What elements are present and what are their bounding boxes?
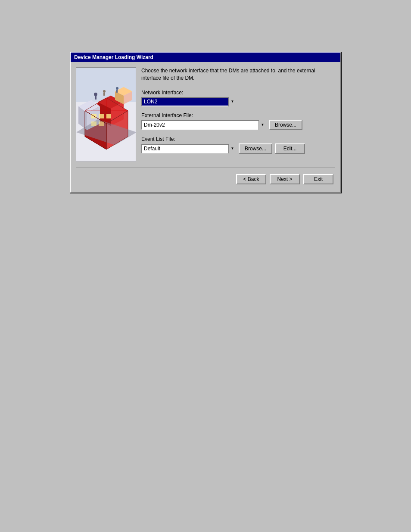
event-list-edit-button[interactable]: Edit... — [275, 143, 305, 154]
network-interface-group: Network Interface: LON2 LON1 LON3 — [141, 90, 335, 106]
event-list-label: Event List File: — [141, 136, 335, 142]
svg-rect-24 — [106, 114, 111, 118]
event-list-group: Event List File: Default Browse... Edit.… — [141, 136, 335, 154]
wizard-image — [76, 67, 136, 162]
external-interface-label: External Interface File: — [141, 112, 335, 118]
event-list-select[interactable]: Default — [141, 144, 236, 153]
event-list-select-wrapper[interactable]: Default — [141, 144, 236, 153]
svg-rect-26 — [99, 121, 104, 126]
svg-rect-23 — [99, 114, 104, 118]
dialog-window: Device Manager Loading Wizard — [70, 52, 341, 193]
exit-button[interactable]: Exit — [303, 174, 333, 184]
form-area: Choose the network interface that the DM… — [141, 67, 335, 162]
event-list-browse-button[interactable]: Browse... — [239, 143, 272, 154]
svg-rect-16 — [95, 96, 97, 100]
button-row: < Back Next > Exit — [76, 172, 335, 187]
network-interface-row: LON2 LON1 LON3 — [141, 97, 335, 106]
main-area: Choose the network interface that the DM… — [76, 67, 335, 162]
svg-point-19 — [116, 87, 118, 90]
svg-point-17 — [103, 90, 106, 93]
back-button[interactable]: < Back — [236, 174, 266, 184]
external-interface-row: Dm-20v2 Dm-10v2 Browse... — [141, 120, 335, 130]
svg-rect-18 — [103, 93, 105, 96]
network-interface-label: Network Interface: — [141, 90, 335, 96]
external-interface-browse-button[interactable]: Browse... — [269, 120, 302, 130]
next-button[interactable]: Next > — [270, 174, 300, 184]
external-interface-select[interactable]: Dm-20v2 Dm-10v2 — [141, 120, 266, 130]
title-bar-text: Device Manager Loading Wizard — [74, 54, 153, 60]
separator — [76, 167, 335, 168]
svg-rect-25 — [91, 121, 97, 126]
svg-rect-20 — [116, 90, 118, 93]
dialog-content: Choose the network interface that the DM… — [71, 62, 340, 192]
network-interface-select[interactable]: LON2 LON1 LON3 — [141, 97, 236, 106]
description-text: Choose the network interface that the DM… — [141, 67, 335, 82]
svg-point-15 — [94, 93, 97, 96]
title-bar: Device Manager Loading Wizard — [71, 53, 340, 62]
external-interface-select-wrapper[interactable]: Dm-20v2 Dm-10v2 — [141, 120, 266, 130]
network-interface-select-wrapper[interactable]: LON2 LON1 LON3 — [141, 97, 236, 106]
event-list-row: Default Browse... Edit... — [141, 143, 335, 154]
external-interface-group: External Interface File: Dm-20v2 Dm-10v2… — [141, 112, 335, 130]
